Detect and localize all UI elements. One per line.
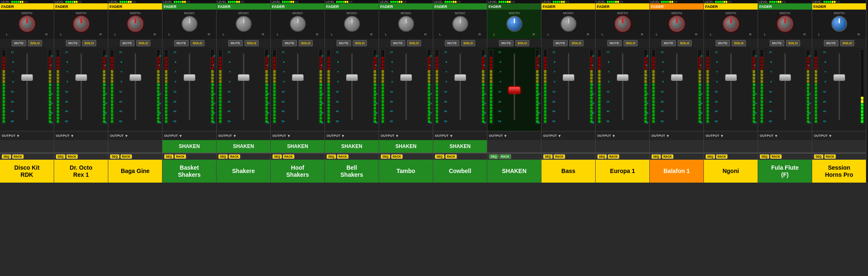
mute-btn-5[interactable]: MUTE <box>228 40 243 46</box>
fader-thumb-5[interactable] <box>238 74 249 81</box>
solo-btn-15[interactable]: SOLO <box>786 40 801 46</box>
solo-btn-14[interactable]: SOLO <box>732 40 746 46</box>
seq-btn-7[interactable]: SEQ <box>327 154 336 159</box>
solo-btn-1[interactable]: SOLO <box>28 40 42 46</box>
fader-thumb-10[interactable] <box>509 87 520 93</box>
rack-btn-7[interactable]: RACK <box>337 154 349 159</box>
knob-10[interactable] <box>506 16 522 32</box>
mute-btn-11[interactable]: MUTE <box>553 40 568 46</box>
rack-btn-1[interactable]: RACK <box>12 154 24 159</box>
knob-2[interactable] <box>73 16 89 32</box>
seq-btn-10[interactable]: SEQ <box>489 154 499 159</box>
knob-3[interactable] <box>127 16 143 32</box>
output-arrow[interactable]: ▼ <box>504 134 507 138</box>
seq-btn-11[interactable]: SEQ <box>543 154 553 159</box>
fader-thumb-6[interactable] <box>292 74 304 81</box>
fader-thumb-2[interactable] <box>75 74 87 81</box>
solo-btn-6[interactable]: SOLO <box>299 40 313 46</box>
fader-thumb-1[interactable] <box>21 74 33 81</box>
knob-16[interactable] <box>831 16 847 32</box>
seq-btn-1[interactable]: SEQ <box>2 154 11 159</box>
output-arrow[interactable]: ▼ <box>666 134 670 138</box>
seq-btn-4[interactable]: SEQ <box>164 154 174 159</box>
solo-btn-10[interactable]: SOLO <box>515 40 530 46</box>
mute-btn-3[interactable]: MUTE <box>120 40 135 46</box>
seq-btn-15[interactable]: SEQ <box>760 154 769 159</box>
seq-btn-3[interactable]: SEQ <box>110 154 120 159</box>
output-arrow[interactable]: ▼ <box>179 134 182 138</box>
seq-btn-5[interactable]: SEQ <box>218 154 228 159</box>
knob-4[interactable] <box>182 16 197 32</box>
mute-btn-7[interactable]: MUTE <box>337 40 351 46</box>
seq-btn-9[interactable]: SEQ <box>435 154 444 159</box>
rack-btn-11[interactable]: RACK <box>554 154 565 159</box>
knob-1[interactable] <box>19 16 35 32</box>
rack-btn-5[interactable]: RACK <box>229 154 240 159</box>
knob-6[interactable] <box>290 16 306 32</box>
knob-12[interactable] <box>615 16 631 32</box>
mute-btn-1[interactable]: MUTE <box>12 40 26 46</box>
solo-btn-4[interactable]: SOLO <box>190 40 205 46</box>
fader-thumb-13[interactable] <box>671 74 683 81</box>
fader-thumb-15[interactable] <box>779 74 791 81</box>
rack-btn-3[interactable]: RACK <box>120 154 132 159</box>
rack-btn-13[interactable]: RACK <box>662 154 673 159</box>
seq-btn-16[interactable]: SEQ <box>814 154 823 159</box>
mute-btn-16[interactable]: MUTE <box>824 40 838 46</box>
shaken-btn-8[interactable]: SHAKEN <box>379 140 433 153</box>
rack-btn-16[interactable]: RACK <box>824 154 836 159</box>
solo-btn-9[interactable]: SOLO <box>461 40 476 46</box>
solo-btn-13[interactable]: SOLO <box>678 40 692 46</box>
rack-btn-15[interactable]: RACK <box>770 154 782 159</box>
seq-btn-8[interactable]: SEQ <box>381 154 390 159</box>
seq-btn-13[interactable]: SEQ <box>651 154 661 159</box>
knob-13[interactable] <box>669 16 685 32</box>
solo-btn-2[interactable]: SOLO <box>82 40 97 46</box>
mute-btn-6[interactable]: MUTE <box>282 40 297 46</box>
mute-btn-10[interactable]: MUTE <box>499 40 514 46</box>
mute-btn-8[interactable]: MUTE <box>391 40 405 46</box>
output-arrow[interactable]: ▼ <box>287 134 291 138</box>
output-arrow[interactable]: ▼ <box>612 134 616 138</box>
mute-btn-4[interactable]: MUTE <box>174 40 189 46</box>
output-arrow[interactable]: ▼ <box>828 134 832 138</box>
solo-btn-16[interactable]: SOLO <box>840 40 855 46</box>
fader-thumb-8[interactable] <box>400 74 412 81</box>
output-arrow[interactable]: ▼ <box>720 134 724 138</box>
solo-btn-8[interactable]: SOLO <box>407 40 422 46</box>
knob-7[interactable] <box>344 16 360 32</box>
output-arrow[interactable]: ▼ <box>16 134 20 138</box>
rack-btn-14[interactable]: RACK <box>716 154 728 159</box>
shaken-btn-4[interactable]: SHAKEN <box>162 140 216 153</box>
rack-btn-12[interactable]: RACK <box>608 154 619 159</box>
output-arrow[interactable]: ▼ <box>449 134 453 138</box>
fader-thumb-7[interactable] <box>346 74 358 81</box>
fader-thumb-12[interactable] <box>617 74 629 81</box>
fader-thumb-16[interactable] <box>833 74 845 81</box>
mute-btn-12[interactable]: MUTE <box>607 40 622 46</box>
shaken-btn-5[interactable]: SHAKEN <box>217 140 270 153</box>
solo-btn-12[interactable]: SOLO <box>624 40 638 46</box>
mute-btn-2[interactable]: MUTE <box>66 40 80 46</box>
shaken-btn-9[interactable]: SHAKEN <box>433 140 487 153</box>
mute-btn-14[interactable]: MUTE <box>716 40 730 46</box>
solo-btn-3[interactable]: SOLO <box>136 40 151 46</box>
knob-9[interactable] <box>452 16 468 32</box>
output-arrow[interactable]: ▼ <box>774 134 778 138</box>
fader-thumb-14[interactable] <box>725 74 737 81</box>
rack-btn-4[interactable]: RACK <box>175 154 186 159</box>
output-arrow[interactable]: ▼ <box>70 134 74 138</box>
fader-thumb-3[interactable] <box>130 74 141 81</box>
seq-btn-2[interactable]: SEQ <box>56 154 65 159</box>
rack-btn-2[interactable]: RACK <box>66 154 78 159</box>
shaken-btn-7[interactable]: SHAKEN <box>325 140 379 153</box>
mute-btn-13[interactable]: MUTE <box>661 40 676 46</box>
mute-btn-9[interactable]: MUTE <box>445 40 459 46</box>
knob-11[interactable] <box>561 16 576 32</box>
knob-8[interactable] <box>398 16 414 32</box>
output-arrow[interactable]: ▼ <box>233 134 237 138</box>
rack-btn-8[interactable]: RACK <box>391 154 403 159</box>
fader-thumb-9[interactable] <box>454 74 466 81</box>
knob-14[interactable] <box>723 16 739 32</box>
solo-btn-11[interactable]: SOLO <box>569 40 584 46</box>
